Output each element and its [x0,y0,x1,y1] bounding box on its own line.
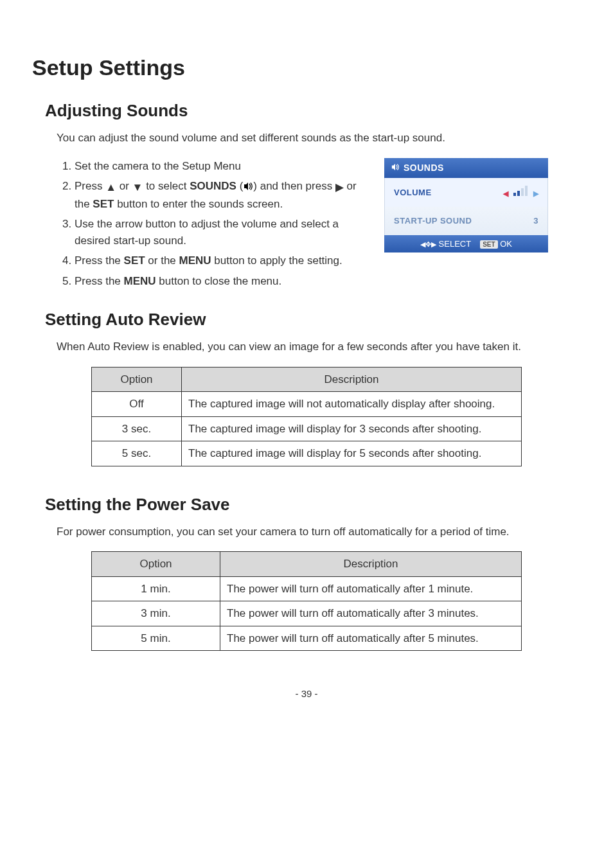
cell-option: 3 sec. [92,416,182,441]
volume-bars-icon [513,186,528,196]
table-row: 3 min. The power will turn off automatic… [92,601,522,626]
text: Press the [75,275,124,287]
text: ( [236,180,243,192]
cell-desc: The power will turn off automatically af… [220,576,522,601]
cell-option: 5 sec. [92,441,182,466]
scr-select-label: SELECT [439,239,472,249]
table-row: Off The captured image will not automati… [92,392,522,417]
heading-power: Setting the Power Save [45,492,581,517]
step-1: Set the camera to the Setup Menu [75,158,365,175]
sounds-screenshot: SOUNDS VOLUME ◀ ▶ START-UP SOUND [384,158,548,253]
cell-option: 3 min. [92,601,220,626]
th-desc: Description [220,552,522,577]
intro-sounds: You can adjust the sound volume and set … [57,130,581,146]
step-4: Press the SET or the MENU button to appl… [75,252,365,269]
scr-title: SOUNDS [404,161,444,175]
text: to select [143,180,190,192]
scr-row-startup: START-UP SOUND 3 [385,207,547,235]
th-desc: Description [182,367,522,392]
text: Press the [75,254,124,267]
scr-ok: SET OK [480,238,512,251]
intro-autoreview: When Auto Review is enabled, you can vie… [57,339,581,355]
text: button to close the menu. [156,275,282,287]
steps-list: Set the camera to the Setup Menu Press ▲… [57,158,365,294]
step-2: Press ▲ or ▼ to select SOUNDS () and the… [75,178,365,212]
table-header-row: Option Description [92,552,522,577]
scr-volume-label: VOLUME [394,186,432,199]
up-arrow-icon: ▲ [105,179,116,196]
set-badge: SET [480,240,497,249]
scr-bottom-bar: ◀✥▶ SELECT SET OK [384,235,548,253]
table-row: 3 sec. The captured image will display f… [92,416,522,441]
scr-volume-value: ◀ ▶ [503,186,538,200]
scr-row-volume: VOLUME ◀ ▶ [385,178,547,208]
text: ) and then press [253,180,335,192]
text: Press [75,180,105,192]
cell-desc: The captured image will display for 5 se… [182,441,522,466]
cell-desc: The captured image will not automaticall… [182,392,522,417]
label-menu: MENU [124,275,156,287]
scr-startup-value: 3 [533,215,538,227]
cell-desc: The power will turn off automatically af… [220,601,522,626]
label-sounds: SOUNDS [190,180,236,192]
cell-desc: The captured image will display for 3 se… [182,416,522,441]
step-3: Use the arrow button to adjust the volum… [75,216,365,249]
page-title: Setup Settings [32,51,581,84]
table-row: 1 min. The power will turn off automatic… [92,576,522,601]
down-arrow-icon: ▼ [132,179,143,196]
label-menu: MENU [179,254,211,267]
label-set: SET [124,254,145,267]
right-arrow-icon: ▶ [533,190,539,197]
autoreview-table: Option Description Off The captured imag… [91,367,522,466]
heading-autoreview: Setting Auto Review [45,307,581,332]
right-arrow-icon: ▶ [335,179,344,196]
speaker-icon [243,179,253,196]
text: button to enter the sounds screen. [114,198,283,210]
table-header-row: Option Description [92,367,522,392]
scr-title-bar: SOUNDS [384,158,548,178]
heading-sounds: Adjusting Sounds [45,98,581,123]
label-set: SET [93,198,114,210]
step-5: Press the MENU button to close the menu. [75,273,365,290]
table-row: 5 sec. The captured image will display f… [92,441,522,466]
page-number: - 39 - [32,687,581,702]
left-arrow-icon: ◀ [503,190,509,197]
scr-ok-label: OK [500,239,512,249]
power-table: Option Description 1 min. The power will… [91,551,522,651]
cell-option: Off [92,392,182,417]
th-option: Option [92,552,220,577]
cell-option: 5 min. [92,626,220,651]
table-row: 5 min. The power will turn off automatic… [92,626,522,651]
cell-desc: The power will turn off automatically af… [220,626,522,651]
scr-select: ◀✥▶ SELECT [420,238,471,251]
scr-startup-label: START-UP SOUND [394,215,472,227]
text: or the [145,254,179,267]
nav-icon: ◀✥▶ [420,240,436,248]
intro-power: For power consumption, you can set your … [57,524,581,540]
th-option: Option [92,367,182,392]
speaker-icon [391,161,400,175]
text: button to apply the setting. [211,254,342,267]
text: or [116,180,132,192]
cell-option: 1 min. [92,576,220,601]
